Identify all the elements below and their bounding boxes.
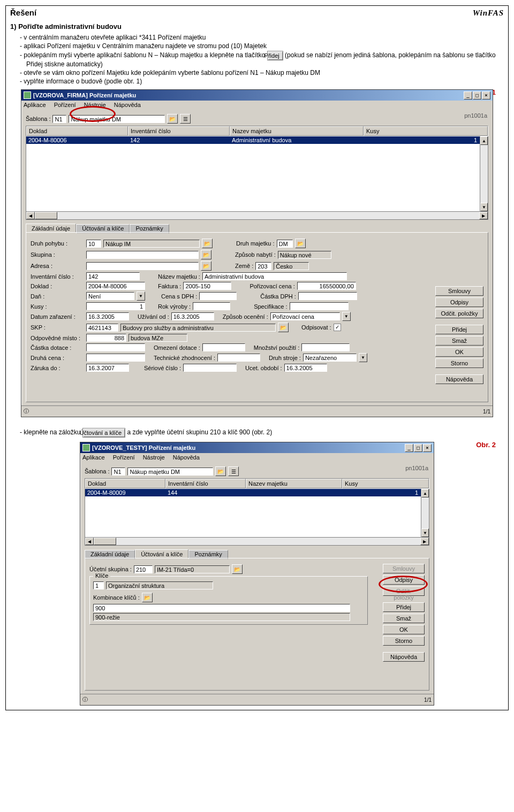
btn-smlouvy[interactable]: Smlouvy (383, 564, 425, 573)
row-doklad[interactable]: 2004-M-80006 (26, 136, 128, 144)
zpusob-oceneni[interactable]: Pořizovací cena (270, 312, 340, 320)
menu-napoveda[interactable]: Nápověda (114, 102, 141, 108)
btn-storno[interactable]: Storno (383, 636, 425, 646)
btn-odcit[interactable]: Odčit. položky (435, 309, 483, 318)
menu-napoveda[interactable]: Nápověda (173, 454, 200, 461)
druh-pohybu-code[interactable]: 10 (86, 240, 101, 248)
klic-code[interactable]: 1 (93, 581, 104, 589)
row-nazev[interactable] (246, 489, 342, 496)
col-nazev[interactable]: Nazev majetku (230, 126, 364, 136)
scroll-up[interactable]: ▲ (421, 489, 429, 497)
castka-dph[interactable] (298, 292, 357, 300)
browse-icon[interactable]: 📂 (278, 323, 289, 332)
scroll-up[interactable]: ▲ (480, 136, 488, 145)
nazev-majetku[interactable]: Administrativní budova (202, 272, 347, 280)
dropdown-icon[interactable]: ▼ (342, 312, 351, 321)
seriove-cislo[interactable] (183, 364, 237, 372)
kusy[interactable]: 1 (86, 302, 145, 310)
skupina[interactable] (86, 251, 199, 259)
scroll-left[interactable]: ◀ (26, 212, 35, 219)
scroll-down[interactable]: ▼ (480, 203, 488, 211)
row-kusy[interactable]: 1 (364, 136, 488, 144)
menu-aplikace[interactable]: Aplikace (24, 102, 46, 108)
sablona-code[interactable]: N1 (52, 115, 66, 123)
list-icon[interactable]: ☰ (180, 114, 191, 124)
menu-porizeni[interactable]: Pořízení (54, 102, 76, 108)
maximize-button[interactable]: □ (414, 444, 422, 452)
browse-icon[interactable]: 📂 (142, 593, 153, 602)
tech-zhod[interactable] (217, 354, 260, 362)
browse-icon[interactable]: 📂 (201, 250, 211, 259)
zeme-code[interactable]: 203 (255, 262, 271, 270)
sablona-code[interactable]: N1 (111, 468, 125, 476)
folder-icon[interactable]: 📂 (167, 114, 178, 124)
btn-odpisy[interactable]: Odpisy (435, 297, 483, 307)
ucetni-skupina-code[interactable]: 210 (134, 565, 153, 573)
adresa[interactable] (86, 262, 199, 270)
cena-dph[interactable] (199, 292, 237, 300)
btn-napoveda[interactable]: Nápověda (383, 652, 425, 662)
sablona-name[interactable]: Nákup majetku DM (127, 468, 213, 476)
minimize-button[interactable]: _ (405, 444, 413, 452)
col-kusy[interactable]: Kusy (364, 126, 488, 136)
minimize-button[interactable]: _ (464, 91, 472, 99)
dropdown-icon[interactable]: ▼ (137, 292, 145, 301)
scroll-right[interactable]: ▶ (420, 538, 429, 545)
menu-porizeni[interactable]: Pořízení (113, 454, 135, 461)
scroll-right[interactable]: ▶ (479, 212, 488, 219)
omezeni-dotace[interactable] (202, 343, 245, 351)
odp-misto-code[interactable]: 888 (86, 334, 126, 342)
row-kusy[interactable]: 1 (342, 489, 429, 496)
list-icon[interactable]: ☰ (228, 466, 239, 476)
browse-icon[interactable]: 📂 (295, 239, 306, 248)
close-button[interactable]: × (482, 91, 490, 99)
kombinace-code[interactable]: 900 (93, 604, 350, 612)
close-button[interactable]: × (423, 444, 432, 452)
dropdown-icon[interactable]: ▼ (359, 353, 367, 362)
btn-smaz[interactable]: Smaž (383, 614, 425, 623)
druh-stroje[interactable]: Nezařazeno (303, 354, 357, 362)
tab-inline-uctovani[interactable]: Účtování a klíče (82, 428, 125, 438)
druh-majetku[interactable]: DM (277, 240, 293, 248)
castka-dotace[interactable] (86, 343, 145, 351)
menu-nastroje[interactable]: Nástroje (143, 454, 165, 461)
inv-cislo[interactable]: 142 (86, 272, 140, 280)
row-inv[interactable]: 142 (128, 136, 230, 144)
btn-ok[interactable]: OK (383, 625, 425, 634)
ucet-obdobi[interactable]: 16.3.2005 (284, 364, 327, 372)
browse-icon[interactable]: 📂 (201, 261, 211, 271)
btn-smaz[interactable]: Smaž (435, 336, 483, 346)
mnozstvi-pouziti[interactable] (301, 343, 350, 351)
pridej-inline-button[interactable]: Přidej (267, 51, 283, 60)
col-doklad[interactable]: Doklad (85, 479, 165, 488)
btn-storno[interactable]: Storno (435, 358, 483, 368)
col-inv[interactable]: Inventární číslo (165, 479, 246, 488)
row-doklad[interactable]: 2004-M-80009 (85, 489, 165, 496)
col-kusy[interactable]: Kusy (342, 479, 429, 488)
zaruka-do[interactable]: 16.3.2007 (86, 364, 129, 372)
col-doklad[interactable]: Doklad (26, 126, 128, 136)
tab-uctovani[interactable]: Účtování a klíče (135, 549, 188, 558)
uzivani-od[interactable]: 16.3.2005 (171, 312, 214, 320)
btn-smlouvy[interactable]: Smlouvy (435, 286, 483, 296)
maximize-button[interactable]: □ (473, 91, 481, 99)
specifikace[interactable] (290, 302, 349, 310)
col-inv[interactable]: Inventární číslo (128, 126, 230, 136)
btn-pridej[interactable]: Přidej (383, 602, 425, 612)
btn-pridej[interactable]: Přidej (435, 325, 483, 334)
status-info-icon[interactable]: ⓘ (24, 408, 29, 415)
datum-zarazeni[interactable]: 16.3.2005 (86, 312, 129, 320)
btn-napoveda[interactable]: Nápověda (435, 374, 483, 384)
row-nazev[interactable]: Administrativní budova (230, 136, 364, 144)
doklad[interactable]: 2004-M-80006 (86, 282, 145, 290)
folder-icon[interactable]: 📂 (215, 466, 226, 476)
scroll-down[interactable]: ▼ (421, 528, 429, 537)
rok-vyroby[interactable] (193, 302, 230, 310)
scroll-left[interactable]: ◀ (85, 538, 94, 545)
faktura[interactable]: 2005-150 (183, 282, 231, 290)
odpisovat-checkbox[interactable]: ✓ (334, 324, 341, 331)
menu-aplikace[interactable]: Aplikace (82, 454, 105, 461)
row-inv[interactable]: 144 (165, 489, 246, 496)
browse-icon[interactable]: 📂 (232, 564, 243, 574)
skp-code[interactable]: 4621143 (86, 324, 118, 332)
